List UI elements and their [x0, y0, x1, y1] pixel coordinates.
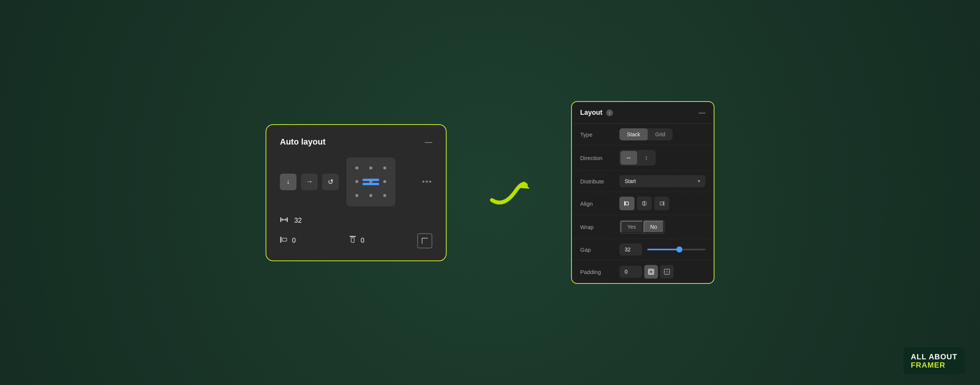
direction-controls: ↔ ↕: [619, 150, 705, 166]
wrap-no-button[interactable]: No: [644, 221, 664, 233]
wrap-yes-button[interactable]: Yes: [620, 221, 643, 233]
svg-rect-4: [282, 238, 287, 241]
align-bar-bottom: [363, 183, 379, 185]
arrow-container: [484, 174, 533, 211]
panel-title-row: Layout i: [580, 109, 613, 117]
card-title: Auto layout: [280, 137, 326, 147]
type-controls: Stack Grid: [619, 128, 705, 141]
layout-panel: Layout i — Type Stack Grid Direction ↔ ↕: [571, 101, 714, 284]
svg-rect-8: [624, 201, 625, 206]
slider-thumb[interactable]: [676, 246, 682, 252]
minimize-button[interactable]: —: [425, 138, 432, 146]
brand-line2: FRAMER: [911, 361, 958, 369]
align-dot-bc: [369, 194, 372, 197]
padding-label: Padding: [580, 269, 614, 275]
gap-input[interactable]: 32: [619, 243, 642, 256]
direction-label: Direction: [580, 155, 614, 161]
type-stack-button[interactable]: Stack: [619, 128, 648, 141]
wrap-label: Wrap: [580, 224, 614, 230]
distribute-row: Distribute Start ▾: [572, 171, 714, 192]
align-dot-ml: [355, 180, 358, 183]
padding-left-item: 0: [280, 235, 348, 246]
branding: ALL ABOUT FRAMER: [904, 347, 965, 374]
align-dot-tc: [369, 166, 372, 169]
svg-rect-0: [280, 217, 282, 222]
svg-rect-6: [351, 238, 354, 242]
direction-vertical-button[interactable]: ↕: [638, 151, 654, 165]
direction-horizontal-button[interactable]: ↔: [620, 151, 637, 165]
svg-rect-15: [649, 270, 652, 273]
wrap-toggle-group: Yes No: [619, 220, 665, 234]
distribute-label: Distribute: [580, 178, 614, 185]
svg-rect-1: [287, 217, 288, 222]
direction-right-button[interactable]: →: [301, 174, 318, 190]
direction-down-button[interactable]: ↓: [280, 174, 296, 190]
align-label: Align: [580, 200, 614, 207]
direction-panel-row: Direction ↔ ↕: [572, 145, 714, 171]
direction-arrow: [484, 174, 533, 211]
panel-minimize-button[interactable]: —: [698, 109, 705, 117]
padding-individual-button[interactable]: [660, 265, 674, 278]
padding-input[interactable]: 0: [619, 266, 642, 278]
align-dot-bl: [355, 194, 358, 197]
padding-controls: 0: [619, 265, 705, 278]
type-toggle-group: Stack Grid: [619, 128, 673, 141]
align-left-button[interactable]: [619, 196, 635, 210]
padding-uniform-button[interactable]: [644, 265, 658, 278]
svg-rect-16: [664, 269, 670, 275]
gap-icon: [280, 216, 288, 226]
svg-rect-9: [625, 202, 628, 205]
align-bar-top: [363, 179, 379, 181]
padding-row: Padding 0: [572, 260, 714, 283]
align-dot-br: [383, 194, 386, 197]
gap-row: 32: [280, 216, 432, 226]
padding-top-icon: [348, 235, 357, 246]
direction-wrap-button[interactable]: ↺: [322, 174, 339, 190]
info-icon-button[interactable]: i: [606, 109, 613, 116]
align-center-indicator: [363, 179, 379, 185]
gap-controls: 32: [619, 243, 705, 256]
gap-value[interactable]: 32: [294, 217, 302, 225]
distribute-controls: Start ▾: [619, 175, 705, 187]
align-right-button[interactable]: [654, 196, 669, 210]
padding-top-value[interactable]: 0: [361, 236, 364, 244]
svg-rect-12: [663, 201, 664, 206]
brand-line1: ALL ABOUT: [911, 353, 958, 361]
align-dot-tr: [383, 166, 386, 169]
type-row: Type Stack Grid: [572, 124, 714, 145]
svg-rect-14: [648, 269, 654, 275]
gap-panel-label: Gap: [580, 246, 614, 253]
align-grid[interactable]: [346, 157, 395, 206]
chevron-down-icon: ▾: [698, 179, 700, 184]
card-header: Auto layout —: [280, 137, 432, 147]
main-container: Auto layout — ↓ → ↺: [266, 101, 714, 284]
distribute-value: Start: [625, 178, 636, 184]
corner-inner-icon: [422, 238, 428, 244]
padding-top-item: 0: [348, 235, 417, 246]
svg-rect-10: [644, 201, 645, 206]
gap-panel-row: Gap 32: [572, 239, 714, 260]
direction-toggle-group: ↔ ↕: [619, 150, 655, 166]
gap-slider[interactable]: [647, 246, 705, 253]
panel-title: Layout: [580, 109, 602, 117]
type-label: Type: [580, 131, 614, 138]
wrap-controls: Yes No: [619, 220, 705, 234]
align-center-button[interactable]: [637, 196, 652, 210]
bottom-row: 0 0: [280, 233, 432, 248]
svg-rect-3: [280, 236, 282, 243]
padding-left-value[interactable]: 0: [292, 236, 296, 244]
more-options-button[interactable]: •••: [422, 177, 432, 186]
type-grid-button[interactable]: Grid: [648, 128, 673, 141]
align-controls: [619, 196, 705, 210]
slider-fill: [647, 249, 679, 250]
direction-row: ↓ → ↺ •••: [280, 157, 432, 206]
align-dot-tl: [355, 166, 358, 169]
corner-radius-button[interactable]: [417, 233, 432, 248]
align-row: Align: [572, 192, 714, 215]
auto-layout-card: Auto layout — ↓ → ↺: [266, 124, 447, 261]
distribute-dropdown[interactable]: Start ▾: [619, 175, 705, 187]
svg-rect-5: [350, 236, 356, 237]
svg-rect-13: [660, 202, 663, 205]
padding-left-icon: [280, 235, 288, 246]
align-dot-mr: [383, 180, 386, 183]
